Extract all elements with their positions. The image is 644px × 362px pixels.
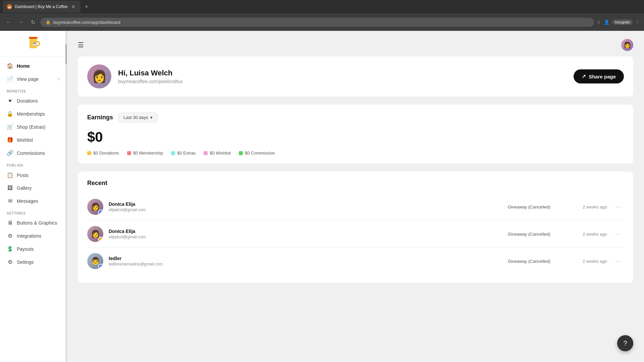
new-tab-button[interactable]: + [82,2,91,11]
sidebar-item-donations-label: Donations [17,98,38,104]
messages-icon: ✉ [7,198,13,204]
recent-avatar-2: 👩 ✓ [87,226,103,242]
sidebar-item-integrations[interactable]: ⚙ Integrations [0,229,67,242]
commission-breakdown-label: $0 Commission [245,150,275,156]
top-bar-right: 👩 [621,39,633,51]
avatar-badge-3: ✓ [98,264,103,269]
sidebar-item-messages[interactable]: ✉ Messages [0,194,67,207]
sidebar-item-settings-label: Settings [17,259,34,265]
recent-card: Recent 👩 ✓ Donica Elija elijadcol@gmail.… [78,172,633,283]
external-link-icon: ↗ [57,77,60,81]
help-icon: ? [623,340,627,347]
sidebar-item-buttons-graphics-label: Buttons & Graphics [17,220,57,226]
share-icon: ↗ [582,73,586,79]
refresh-button[interactable]: ↻ [28,17,38,27]
profile-info: 👩 Hi, Luisa Welch buymeacoffee.com/pixel… [87,64,183,88]
hamburger-menu-icon[interactable]: ☰ [78,41,84,49]
bookmark-icon[interactable]: ☆ [597,19,601,25]
breakdown-wishlist: $0 Wishlist [204,150,231,156]
active-tab[interactable]: ☕ Dashboard | Buy Me a Coffee ✕ [3,1,80,13]
profile-url: buymeacoffee.com/pixelcraftux [118,79,183,84]
profile-icon[interactable]: 👤 [604,19,609,25]
buttons-graphics-icon: 🖥 [7,220,13,226]
incognito-badge[interactable]: Incognito [612,19,633,25]
sidebar-item-payouts[interactable]: 💲 Payouts [0,242,67,255]
recent-email-1: elijadcol@gmail.com [109,207,502,212]
browser-nav: ← → ↻ 🔒 buymeacoffee.com/app/dashboard ☆… [0,13,644,31]
home-icon: 🏠 [7,63,13,69]
publish-section-label: PUBLISH [0,160,67,169]
lock-icon: 🔒 [46,20,51,24]
commission-dot [239,151,243,155]
sidebar-item-settings[interactable]: ⚙ Settings [0,255,67,268]
table-row: 👨 ✓ tedler tedlerarnemadino@gmail.com Gi… [87,248,624,275]
breakdown-donations: $0 Donations [87,150,119,156]
sidebar-item-integrations-label: Integrations [17,233,41,239]
sidebar-item-buttons-graphics[interactable]: 🖥 Buttons & Graphics [0,217,67,229]
sidebar-item-memberships[interactable]: 🔒 Memberships [0,107,67,120]
breakdown-membership: $0 Membership [127,150,163,156]
extras-breakdown-label: $0 Extras [177,150,196,156]
recent-status-1: Giveaway (Cancelled) [508,204,561,209]
donations-breakdown-label: $0 Donations [93,150,119,156]
profile-card: 👩 Hi, Luisa Welch buymeacoffee.com/pixel… [78,56,633,97]
recent-email-2: elijadcol@gmail.com [109,235,502,239]
table-row: 👩 ✓ Donica Elija elijadcol@gmail.com Giv… [87,193,624,221]
sidebar-scrollbar [65,31,67,362]
sidebar-item-wishlist-label: Wishlist [17,137,33,143]
wishlist-dot [204,151,208,155]
recent-name-2: Donica Elija [109,229,502,234]
sidebar-item-donations[interactable]: ♥ Donations [0,95,67,107]
period-label: Last 30 days [123,115,148,120]
back-button[interactable]: ← [4,17,13,27]
recent-name-1: Donica Elija [109,201,502,207]
table-row: 👩 ✓ Donica Elija elijadcol@gmail.com Giv… [87,221,624,248]
recent-menu-1[interactable]: ⋯ [612,202,624,212]
sidebar-item-shop-extras[interactable]: 🛒 Shop (Extras) [0,120,67,133]
address-bar[interactable]: 🔒 buymeacoffee.com/app/dashboard [40,18,594,27]
incognito-label: Incognito [615,20,630,24]
svg-rect-0 [29,37,38,39]
wishlist-breakdown-label: $0 Wishlist [210,150,231,156]
recent-menu-2[interactable]: ⋯ [612,229,624,239]
recent-status-3: Giveaway (Cancelled) [508,259,561,264]
sidebar-item-view-page-label: View page [17,76,39,82]
recent-status-2: Giveaway (Cancelled) [508,232,561,237]
tab-bar: ☕ Dashboard | Buy Me a Coffee ✕ + [0,0,644,13]
recent-time-1: 2 weeks ago [567,204,607,209]
menu-dots-icon[interactable]: ⋮ [635,19,640,25]
recent-info-2: Donica Elija elijadcol@gmail.com [109,229,502,239]
integrations-icon: ⚙ [7,233,13,239]
recent-time-2: 2 weeks ago [567,232,607,237]
profile-avatar: 👩 [87,64,111,88]
browser-chrome: ☕ Dashboard | Buy Me a Coffee ✕ + ← → ↻ … [0,0,644,31]
help-button[interactable]: ? [617,335,633,351]
view-page-icon: 📄 [7,76,13,82]
earnings-header: Earnings Last 30 days ▾ [87,113,624,122]
monetize-section-label: MONETIZE [0,85,67,95]
sidebar-item-messages-label: Messages [17,198,38,204]
membership-breakdown-label: $0 Membership [133,150,163,156]
settings-icon: ⚙ [7,259,13,265]
recent-title: Recent [87,180,624,187]
sidebar: ☕ 🏠 Home 📄 View page ↗ MONETIZE ♥ Donati… [0,31,67,362]
sidebar-item-posts-label: Posts [17,173,29,178]
earnings-card: Earnings Last 30 days ▾ $0 $0 Donations … [78,105,633,164]
breakdown-extras: $0 Extras [171,150,196,156]
breakdown-commission: $0 Commission [239,150,275,156]
sidebar-item-view-page[interactable]: 📄 View page ↗ [0,72,67,85]
sidebar-item-home[interactable]: 🏠 Home [0,59,67,72]
sidebar-item-home-label: Home [17,63,30,69]
forward-button[interactable]: → [16,17,25,27]
sidebar-item-posts[interactable]: 📋 Posts [0,169,67,182]
earnings-breakdown: $0 Donations $0 Membership $0 Extras $0 … [87,150,624,156]
sidebar-item-wishlist[interactable]: 🎁 Wishlist [0,133,67,146]
user-avatar[interactable]: 👩 [621,39,633,51]
recent-menu-3[interactable]: ⋯ [612,256,624,266]
share-page-button[interactable]: ↗ Share page [574,69,624,83]
tab-close-button[interactable]: ✕ [70,4,76,10]
sidebar-item-gallery[interactable]: 🖼 Gallery [0,182,67,194]
share-page-label: Share page [589,74,616,79]
sidebar-item-commissions[interactable]: 🔗 Commissions [0,146,67,160]
period-selector[interactable]: Last 30 days ▾ [118,113,158,122]
